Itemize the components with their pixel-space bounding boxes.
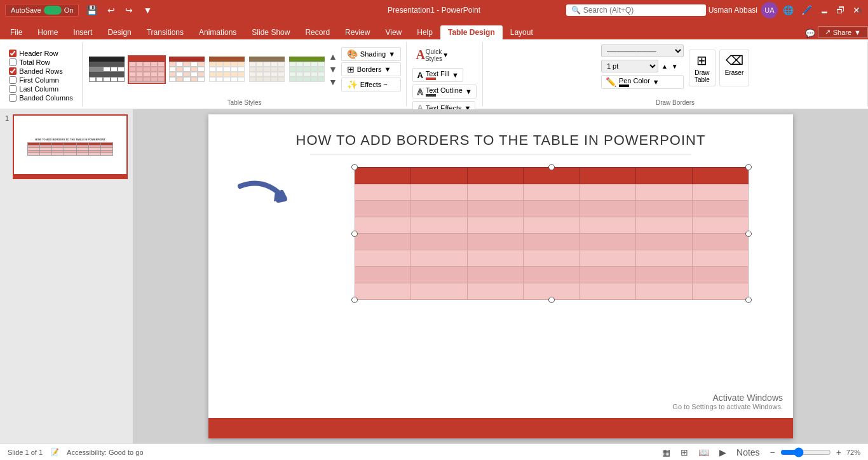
tab-file[interactable]: File <box>3 25 30 39</box>
tab-help[interactable]: Help <box>409 25 440 39</box>
zoom-in-button[interactable]: + <box>834 446 844 459</box>
tab-insert[interactable]: Insert <box>65 25 100 39</box>
handle-bottom-left[interactable] <box>351 297 358 303</box>
status-bar: Slide 1 of 1 📝 Accessibility: Good to go… <box>0 443 868 460</box>
tab-transitions[interactable]: Transitions <box>139 25 191 39</box>
header-row-checkbox[interactable] <box>9 50 17 57</box>
banded-columns-checkbox[interactable] <box>9 94 17 102</box>
quick-styles-button[interactable]: A Quick Styles ▼ <box>412 44 452 65</box>
text-outline-button[interactable]: A Text Outline ▼ <box>412 85 476 98</box>
total-row-option[interactable]: Total Row <box>9 58 72 66</box>
table-cell <box>636 201 692 217</box>
search-bar[interactable]: 🔍 <box>566 4 706 16</box>
save-button[interactable]: 💾 <box>84 4 100 17</box>
handle-bottom-center[interactable] <box>548 297 555 303</box>
header-row-option[interactable]: Header Row <box>9 50 72 57</box>
banded-rows-checkbox[interactable] <box>9 67 17 75</box>
last-column-checkbox[interactable] <box>9 85 17 93</box>
reading-view-button[interactable]: 📖 <box>696 446 712 459</box>
tab-home[interactable]: Home <box>30 25 65 39</box>
slideshow-view-button[interactable]: ▶ <box>717 446 729 459</box>
customize-qat-button[interactable]: ▼ <box>140 4 154 17</box>
pen-color-button[interactable]: ✏️ Pen Color ▼ <box>601 75 684 89</box>
pen-weight-down[interactable]: ▼ <box>671 62 679 71</box>
ppt-table[interactable] <box>355 167 749 300</box>
slide-canvas[interactable]: HOW TO ADD BORDERS TO THE TABLE IN POWER… <box>208 114 793 438</box>
text-fill-icon: A <box>417 71 423 80</box>
shading-button[interactable]: 🎨 Shading ▼ <box>341 47 401 61</box>
table-row <box>355 184 749 201</box>
main-area: 1 HOW TO ADD BORDERS TO THE TABLE IN POW… <box>0 109 868 443</box>
undo-button[interactable]: ↩ <box>105 4 118 17</box>
eraser-button[interactable]: ⌫ Eraser <box>719 50 749 86</box>
table-style-2[interactable] <box>128 55 166 84</box>
table-style-4[interactable] <box>208 55 246 84</box>
handle-top-right[interactable] <box>745 164 752 170</box>
table-style-3[interactable] <box>168 55 206 84</box>
handle-middle-left[interactable] <box>351 231 358 237</box>
slide-thumb-bottom-bar <box>14 174 126 178</box>
table-cell <box>355 234 411 250</box>
tab-record[interactable]: Record <box>297 25 337 39</box>
styles-scroll-up[interactable]: ▲ <box>327 50 339 63</box>
redo-button[interactable]: ↪ <box>123 4 135 17</box>
share-button[interactable]: ↗ Share ▼ <box>818 26 868 38</box>
restore-button[interactable]: 🗗 <box>834 4 848 17</box>
pen-weight-select[interactable]: 1 pt 0.5 pt 1.5 pt 2.25 pt <box>601 60 658 72</box>
ribbon-collapse-button[interactable]: ∧ <box>857 5 863 15</box>
last-column-option[interactable]: Last Column <box>9 85 72 93</box>
global-icon-button[interactable]: 🌐 <box>780 4 796 17</box>
text-fill-button[interactable]: A Text Fill ▼ <box>412 68 463 82</box>
table-style-5[interactable] <box>248 55 286 84</box>
pen-weight-up[interactable]: ▲ <box>661 62 668 71</box>
slide-sorter-button[interactable]: ⊞ <box>678 446 691 459</box>
total-row-checkbox[interactable] <box>9 58 17 66</box>
borders-button[interactable]: ⊞ Borders ▼ <box>341 62 401 76</box>
draw-table-button[interactable]: ⊞ DrawTable <box>689 50 715 86</box>
handle-top-center[interactable] <box>548 164 555 170</box>
tab-review[interactable]: Review <box>337 25 377 39</box>
table-style-1[interactable] <box>88 55 126 84</box>
wordart-styles-section: A Quick Styles ▼ A Text Fill ▼ A <box>407 42 483 106</box>
styles-scroll-down[interactable]: ▼ <box>327 63 339 76</box>
comments-icon-button[interactable]: 💬 <box>805 29 815 38</box>
minimize-button[interactable]: 🗕 <box>817 4 831 17</box>
pen-color-label: Pen Color <box>619 77 650 85</box>
tab-layout[interactable]: Layout <box>503 25 541 39</box>
table-style-6[interactable] <box>288 55 326 84</box>
tab-animations[interactable]: Animations <box>191 25 244 39</box>
handle-middle-right[interactable] <box>745 231 752 237</box>
first-column-checkbox[interactable] <box>9 76 17 84</box>
table-cell <box>411 267 467 283</box>
banded-rows-option[interactable]: Banded Rows <box>9 67 72 75</box>
first-column-option[interactable]: First Column <box>9 76 72 84</box>
effects-button[interactable]: ✨ Effects ~ <box>341 78 401 91</box>
tab-view[interactable]: View <box>377 25 409 39</box>
autosave-toggle[interactable] <box>44 6 62 15</box>
feedback-icon-button[interactable]: 🖊️ <box>799 4 815 17</box>
table-cell <box>636 250 692 267</box>
tab-design[interactable]: Design <box>100 25 139 39</box>
zoom-out-button[interactable]: − <box>768 446 778 459</box>
table-cell <box>411 184 467 201</box>
line-style-select[interactable]: ────────── - - - - - - · · · · · · <box>601 44 684 57</box>
handle-bottom-right[interactable] <box>745 297 752 303</box>
handle-top-left[interactable] <box>351 164 358 170</box>
eraser-icon: ⌫ <box>726 53 743 68</box>
title-bar-left: AutoSave On 💾 ↩ ↪ ▼ <box>5 4 154 17</box>
slide-info: Slide 1 of 1 <box>8 449 43 456</box>
table-cell <box>355 283 411 300</box>
notes-button[interactable]: Notes <box>734 446 763 459</box>
normal-view-button[interactable]: ▦ <box>660 446 673 459</box>
slide-thumbnail[interactable]: HOW TO ADD BORDERS TO THE TABLE IN POWER… <box>13 114 128 179</box>
autosave-button[interactable]: AutoSave On <box>5 4 79 17</box>
banded-columns-option[interactable]: Banded Columns <box>9 94 72 102</box>
tab-table-design[interactable]: Table Design <box>440 25 503 39</box>
tab-slide-show[interactable]: Slide Show <box>244 25 297 39</box>
table-cell <box>580 267 635 283</box>
search-input[interactable] <box>583 6 698 15</box>
zoom-slider[interactable] <box>780 447 831 457</box>
styles-more[interactable]: ▼ <box>327 76 339 88</box>
table-styles-section: ▲ ▼ ▼ 🎨 Shading ▼ ⊞ Borders ▼ ✨ <box>83 42 407 106</box>
table-cell <box>411 201 467 217</box>
